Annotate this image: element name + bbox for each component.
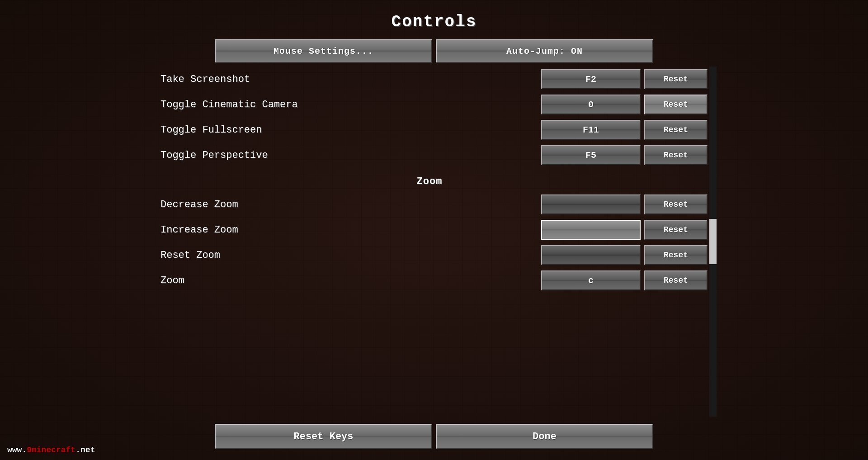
done-button[interactable]: Done — [436, 424, 653, 449]
keybind-label-zoom: Zoom — [151, 275, 541, 286]
keybind-row-zoom: Zoom c Reset — [151, 268, 708, 293]
keybind-row-toggle-cinematic: Toggle Cinematic Camera 0 Reset — [151, 92, 708, 117]
keybind-label-decrease-zoom: Decrease Zoom — [151, 199, 541, 210]
keybind-row-decrease-zoom: Decrease Zoom Reset — [151, 192, 708, 217]
reset-button-toggle-fullscreen[interactable]: Reset — [644, 120, 708, 140]
keybind-list: Take Screenshot F2 Reset Toggle Cinemati… — [151, 66, 717, 293]
keybind-key-toggle-perspective[interactable]: F5 — [541, 145, 641, 165]
keybind-label-toggle-cinematic: Toggle Cinematic Camera — [151, 99, 541, 110]
keybind-row-increase-zoom: Increase Zoom Reset — [151, 217, 708, 242]
watermark: www.9minecraft.net — [7, 446, 95, 455]
scrollbar[interactable] — [709, 66, 717, 417]
reset-button-take-screenshot[interactable]: Reset — [644, 69, 708, 89]
mouse-settings-button[interactable]: Mouse Settings... — [215, 39, 432, 63]
keybind-row-toggle-fullscreen: Toggle Fullscreen F11 Reset — [151, 117, 708, 142]
keybind-label-toggle-fullscreen: Toggle Fullscreen — [151, 124, 541, 136]
scrollbar-thumb[interactable] — [709, 219, 717, 264]
keybind-label-take-screenshot: Take Screenshot — [151, 74, 541, 85]
watermark-suffix: .net — [75, 446, 95, 455]
reset-button-reset-zoom[interactable]: Reset — [644, 245, 708, 265]
watermark-prefix: www. — [7, 446, 27, 455]
keybind-key-zoom[interactable]: c — [541, 270, 641, 290]
keybind-key-decrease-zoom[interactable] — [541, 194, 641, 214]
controls-screen: Controls Mouse Settings... Auto-Jump: ON… — [0, 0, 868, 460]
keybind-label-increase-zoom: Increase Zoom — [151, 224, 541, 236]
keybind-label-toggle-perspective: Toggle Perspective — [151, 150, 541, 161]
reset-button-toggle-cinematic[interactable]: Reset — [644, 95, 708, 114]
keybind-label-reset-zoom: Reset Zoom — [151, 250, 541, 261]
reset-button-zoom[interactable]: Reset — [644, 270, 708, 290]
keybind-row-take-screenshot: Take Screenshot F2 Reset — [151, 66, 708, 92]
keybind-key-increase-zoom[interactable] — [541, 220, 641, 240]
zoom-section-header: Zoom — [151, 168, 708, 192]
watermark-brand: 9minecraft — [27, 446, 75, 455]
bottom-buttons-row: Reset Keys Done — [215, 417, 653, 460]
reset-button-increase-zoom[interactable]: Reset — [644, 220, 708, 240]
keybind-key-toggle-cinematic[interactable]: 0 — [541, 95, 641, 114]
reset-button-toggle-perspective[interactable]: Reset — [644, 145, 708, 165]
auto-jump-button[interactable]: Auto-Jump: ON — [436, 39, 653, 63]
keybind-content-area: Take Screenshot F2 Reset Toggle Cinemati… — [151, 66, 717, 417]
keybind-key-reset-zoom[interactable] — [541, 245, 641, 265]
keybind-key-take-screenshot[interactable]: F2 — [541, 69, 641, 89]
reset-keys-button[interactable]: Reset Keys — [215, 424, 432, 449]
keybind-row-reset-zoom: Reset Zoom Reset — [151, 242, 708, 268]
page-title: Controls — [392, 13, 477, 31]
top-buttons-row: Mouse Settings... Auto-Jump: ON — [215, 39, 653, 63]
reset-button-decrease-zoom[interactable]: Reset — [644, 194, 708, 214]
keybind-row-toggle-perspective: Toggle Perspective F5 Reset — [151, 142, 708, 168]
keybind-key-toggle-fullscreen[interactable]: F11 — [541, 120, 641, 140]
